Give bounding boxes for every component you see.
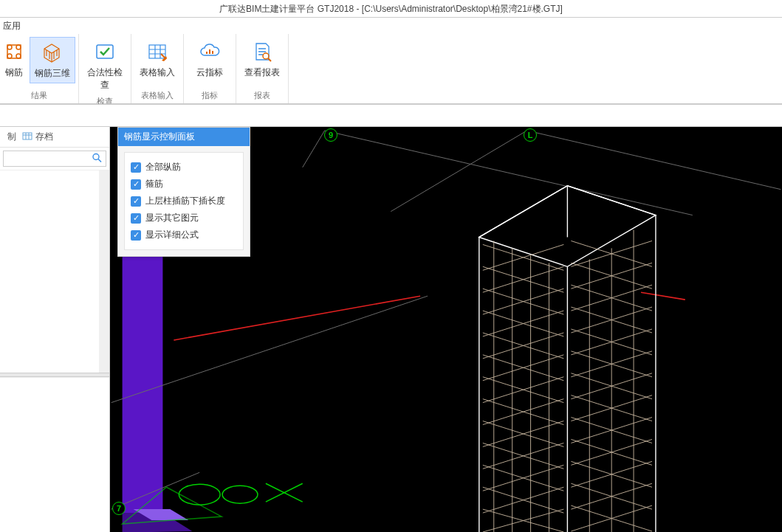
- title-bar: 广联达BIM土建计量平台 GTJ2018 - [C:\Users\Adminis…: [0, 0, 782, 18]
- chk-all-longitudinal[interactable]: ✓ 全部纵筋: [131, 159, 237, 176]
- side-list[interactable]: [0, 170, 109, 373]
- svg-point-36: [222, 486, 258, 503]
- top-strip: [0, 104, 782, 126]
- side-scrollbar[interactable]: [99, 170, 109, 373]
- cloud-index-button[interactable]: 云指标: [187, 37, 233, 82]
- table-input-button[interactable]: 表格输入: [134, 37, 180, 82]
- view-report-label: 查看报表: [244, 66, 280, 79]
- search-icon[interactable]: [92, 153, 102, 165]
- ribbon-group-report-label: 报表: [239, 89, 285, 103]
- checkbox-checked-icon: ✓: [131, 179, 141, 190]
- chk-stirrup[interactable]: ✓ 箍筋: [131, 176, 237, 193]
- rebar-3d-label: 钢筋三维: [35, 67, 70, 80]
- checkbox-checked-icon: ✓: [131, 162, 141, 173]
- validity-check-label: 合法性检查: [83, 66, 126, 91]
- chk-stirrup-label: 箍筋: [145, 178, 163, 190]
- rebar-label: 钢筋: [5, 66, 23, 79]
- chk-show-other-elements[interactable]: ✓ 显示其它图元: [131, 210, 237, 227]
- ribbon-group-result-label: 结果: [3, 89, 75, 103]
- chk-upper-insert-length[interactable]: ✓ 上层柱插筋下插长度: [131, 193, 237, 210]
- rebar-icon: [2, 40, 26, 63]
- svg-line-18: [527, 131, 781, 190]
- menu-bar[interactable]: 应用: [0, 18, 782, 34]
- workspace: 制 存档: [0, 126, 782, 532]
- svg-rect-8: [23, 133, 32, 139]
- ribbon: 钢筋 钢筋三维 结果 合法性检查 检查: [0, 34, 782, 104]
- svg-line-26: [567, 186, 656, 215]
- svg-point-7: [263, 53, 269, 59]
- svg-point-1: [16, 45, 21, 49]
- axis-label-9: 9: [324, 128, 337, 142]
- svg-line-14: [641, 292, 685, 300]
- rebar-display-panel-title[interactable]: 钢筋显示控制面板: [118, 128, 250, 146]
- checkbox-checked-icon: ✓: [131, 213, 141, 224]
- rebar-display-panel-body: ✓ 全部纵筋 ✓ 箍筋 ✓ 上层柱插筋下插长度 ✓: [118, 146, 250, 256]
- ribbon-group-check: 合法性检查 检查: [79, 34, 131, 103]
- ribbon-group-tableinput-label: 表格输入: [134, 89, 180, 103]
- chk-show-other-elements-label: 显示其它图元: [145, 212, 199, 224]
- rebar-button[interactable]: 钢筋: [3, 37, 25, 83]
- viewport-3d[interactable]: 9 L 7 钢筋显示控制面板 ✓ 全部纵筋 ✓ 箍筋: [110, 127, 782, 532]
- view-report-icon: [250, 40, 274, 63]
- check-icon: [93, 40, 117, 63]
- side-bottom-panel: [0, 377, 109, 532]
- ribbon-group-tableinput: 表格输入 表格输入: [131, 34, 184, 103]
- side-toolbar: 制 存档: [0, 127, 109, 148]
- axis-label-L: L: [524, 128, 537, 142]
- chk-show-detail-formula[interactable]: ✓ 显示详细公式: [131, 227, 237, 243]
- ribbon-group-index: 云指标 指标: [184, 34, 236, 103]
- copy-button[interactable]: 制: [4, 131, 19, 143]
- svg-line-13: [174, 296, 420, 340]
- checkbox-checked-icon: ✓: [131, 196, 141, 207]
- svg-point-2: [7, 54, 12, 58]
- ribbon-group-index-label: 指标: [187, 89, 233, 103]
- app-window: 广联达BIM土建计量平台 GTJ2018 - [C:\Users\Adminis…: [0, 0, 782, 532]
- view-report-button[interactable]: 查看报表: [239, 37, 285, 82]
- svg-line-16: [325, 131, 693, 215]
- side-search: [0, 148, 109, 170]
- svg-point-3: [16, 54, 21, 58]
- chk-show-detail-formula-label: 显示详细公式: [145, 229, 199, 241]
- archive-label: 存档: [35, 131, 53, 143]
- cloud-index-label: 云指标: [196, 66, 223, 79]
- svg-line-27: [479, 186, 568, 238]
- table-input-icon: [145, 40, 169, 63]
- checkbox-checked-icon: ✓: [131, 230, 141, 241]
- copy-label: 制: [7, 131, 16, 143]
- archive-icon: [22, 131, 32, 143]
- svg-line-17: [391, 131, 527, 212]
- chk-all-longitudinal-label: 全部纵筋: [145, 161, 181, 173]
- axis-label-7: 7: [112, 502, 126, 515]
- rebar-3d-icon: [41, 41, 64, 64]
- archive-button[interactable]: 存档: [19, 131, 56, 143]
- svg-point-35: [179, 484, 220, 505]
- validity-check-button[interactable]: 合法性检查: [82, 37, 128, 94]
- cloud-index-icon: [198, 40, 222, 63]
- rebar-display-panel[interactable]: 钢筋显示控制面板 ✓ 全部纵筋 ✓ 箍筋 ✓ 上层柱插筋下插长: [117, 127, 250, 257]
- chk-upper-insert-length-label: 上层柱插筋下插长度: [145, 195, 225, 207]
- svg-line-15: [303, 131, 325, 167]
- svg-rect-4: [7, 45, 21, 58]
- search-input[interactable]: [3, 151, 106, 167]
- svg-point-0: [7, 45, 12, 49]
- ribbon-group-result: 钢筋 钢筋三维 结果: [0, 34, 79, 103]
- svg-point-9: [93, 154, 99, 160]
- table-input-label: 表格输入: [140, 66, 175, 79]
- ribbon-group-report: 查看报表 报表: [236, 34, 289, 103]
- side-panel: 制 存档: [0, 127, 110, 532]
- rebar-3d-button[interactable]: 钢筋三维: [30, 37, 75, 83]
